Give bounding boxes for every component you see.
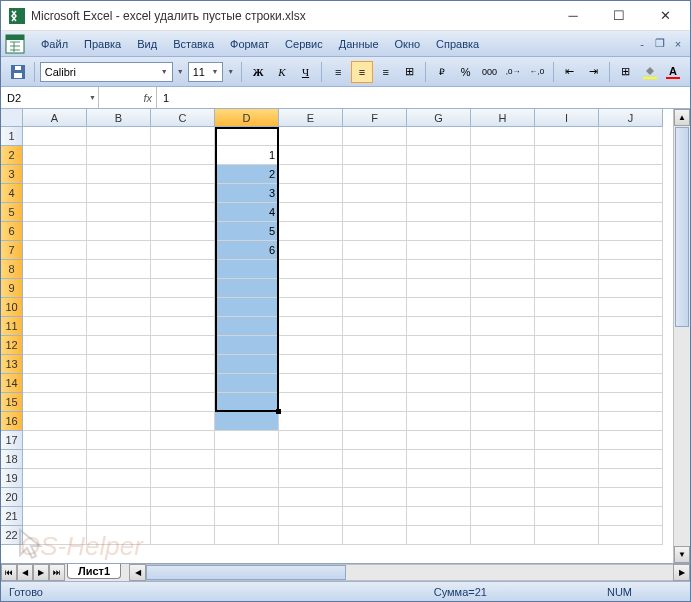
column-header-I[interactable]: I bbox=[535, 109, 599, 127]
cell-B9[interactable] bbox=[87, 279, 151, 298]
column-header-B[interactable]: B bbox=[87, 109, 151, 127]
cell-I3[interactable] bbox=[535, 165, 599, 184]
cell-B12[interactable] bbox=[87, 336, 151, 355]
cell-G17[interactable] bbox=[407, 431, 471, 450]
tab-next-button[interactable]: ▶ bbox=[33, 564, 49, 581]
cell-A19[interactable] bbox=[23, 469, 87, 488]
cell-H12[interactable] bbox=[471, 336, 535, 355]
cell-D17[interactable] bbox=[215, 431, 279, 450]
cell-E21[interactable] bbox=[279, 507, 343, 526]
cell-J5[interactable] bbox=[599, 203, 663, 222]
cell-A22[interactable] bbox=[23, 526, 87, 545]
cell-J4[interactable] bbox=[599, 184, 663, 203]
cell-H13[interactable] bbox=[471, 355, 535, 374]
cell-H15[interactable] bbox=[471, 393, 535, 412]
row-header-15[interactable]: 15 bbox=[1, 393, 23, 412]
cell-A3[interactable] bbox=[23, 165, 87, 184]
cell-J15[interactable] bbox=[599, 393, 663, 412]
cell-G7[interactable] bbox=[407, 241, 471, 260]
row-header-17[interactable]: 17 bbox=[1, 431, 23, 450]
decrease-decimal-button[interactable]: ←,0 bbox=[526, 61, 548, 83]
tab-first-button[interactable]: ⏮ bbox=[1, 564, 17, 581]
cell-C19[interactable] bbox=[151, 469, 215, 488]
menu-file[interactable]: Файл bbox=[33, 36, 76, 52]
cell-C11[interactable] bbox=[151, 317, 215, 336]
row-header-4[interactable]: 4 bbox=[1, 184, 23, 203]
cell-F2[interactable] bbox=[343, 146, 407, 165]
cell-J13[interactable] bbox=[599, 355, 663, 374]
cell-J1[interactable] bbox=[599, 127, 663, 146]
row-header-1[interactable]: 1 bbox=[1, 127, 23, 146]
cell-J2[interactable] bbox=[599, 146, 663, 165]
column-header-A[interactable]: A bbox=[23, 109, 87, 127]
cell-B21[interactable] bbox=[87, 507, 151, 526]
cell-C2[interactable] bbox=[151, 146, 215, 165]
row-header-13[interactable]: 13 bbox=[1, 355, 23, 374]
cell-G21[interactable] bbox=[407, 507, 471, 526]
cell-D22[interactable] bbox=[215, 526, 279, 545]
cell-D7[interactable]: 6 bbox=[215, 241, 279, 260]
cell-F20[interactable] bbox=[343, 488, 407, 507]
cell-F22[interactable] bbox=[343, 526, 407, 545]
row-header-9[interactable]: 9 bbox=[1, 279, 23, 298]
cell-G14[interactable] bbox=[407, 374, 471, 393]
menu-insert[interactable]: Вставка bbox=[165, 36, 222, 52]
cell-C18[interactable] bbox=[151, 450, 215, 469]
decrease-indent-button[interactable]: ⇤ bbox=[559, 61, 581, 83]
cell-I19[interactable] bbox=[535, 469, 599, 488]
cell-F19[interactable] bbox=[343, 469, 407, 488]
cell-E13[interactable] bbox=[279, 355, 343, 374]
maximize-button[interactable]: ☐ bbox=[596, 1, 642, 30]
cell-D20[interactable] bbox=[215, 488, 279, 507]
doc-minimize-button[interactable]: - bbox=[634, 36, 650, 52]
cell-E12[interactable] bbox=[279, 336, 343, 355]
cell-H20[interactable] bbox=[471, 488, 535, 507]
cell-I12[interactable] bbox=[535, 336, 599, 355]
cell-E2[interactable] bbox=[279, 146, 343, 165]
cell-D9[interactable] bbox=[215, 279, 279, 298]
cell-G5[interactable] bbox=[407, 203, 471, 222]
formula-input[interactable]: 1 bbox=[157, 87, 690, 108]
cell-E16[interactable] bbox=[279, 412, 343, 431]
row-header-21[interactable]: 21 bbox=[1, 507, 23, 526]
row-header-2[interactable]: 2 bbox=[1, 146, 23, 165]
cell-C13[interactable] bbox=[151, 355, 215, 374]
row-header-16[interactable]: 16 bbox=[1, 412, 23, 431]
cell-I15[interactable] bbox=[535, 393, 599, 412]
cell-G16[interactable] bbox=[407, 412, 471, 431]
row-header-11[interactable]: 11 bbox=[1, 317, 23, 336]
hscroll-thumb[interactable] bbox=[146, 565, 346, 580]
cell-C8[interactable] bbox=[151, 260, 215, 279]
cell-H19[interactable] bbox=[471, 469, 535, 488]
cell-H22[interactable] bbox=[471, 526, 535, 545]
cell-I16[interactable] bbox=[535, 412, 599, 431]
cell-F6[interactable] bbox=[343, 222, 407, 241]
cell-A18[interactable] bbox=[23, 450, 87, 469]
cell-F9[interactable] bbox=[343, 279, 407, 298]
cell-E9[interactable] bbox=[279, 279, 343, 298]
row-header-6[interactable]: 6 bbox=[1, 222, 23, 241]
cell-B14[interactable] bbox=[87, 374, 151, 393]
cell-F8[interactable] bbox=[343, 260, 407, 279]
select-all-corner[interactable] bbox=[1, 109, 23, 127]
cell-E17[interactable] bbox=[279, 431, 343, 450]
cell-H11[interactable] bbox=[471, 317, 535, 336]
cell-B2[interactable] bbox=[87, 146, 151, 165]
cell-D11[interactable] bbox=[215, 317, 279, 336]
tab-prev-button[interactable]: ◀ bbox=[17, 564, 33, 581]
selection-handle[interactable] bbox=[276, 409, 281, 414]
cell-B5[interactable] bbox=[87, 203, 151, 222]
cell-H4[interactable] bbox=[471, 184, 535, 203]
cell-C9[interactable] bbox=[151, 279, 215, 298]
scroll-up-button[interactable]: ▲ bbox=[674, 109, 690, 126]
cell-E22[interactable] bbox=[279, 526, 343, 545]
cell-C17[interactable] bbox=[151, 431, 215, 450]
cell-C16[interactable] bbox=[151, 412, 215, 431]
cell-H17[interactable] bbox=[471, 431, 535, 450]
cell-I11[interactable] bbox=[535, 317, 599, 336]
cell-I21[interactable] bbox=[535, 507, 599, 526]
cell-G8[interactable] bbox=[407, 260, 471, 279]
cell-E4[interactable] bbox=[279, 184, 343, 203]
cell-J17[interactable] bbox=[599, 431, 663, 450]
cell-I22[interactable] bbox=[535, 526, 599, 545]
